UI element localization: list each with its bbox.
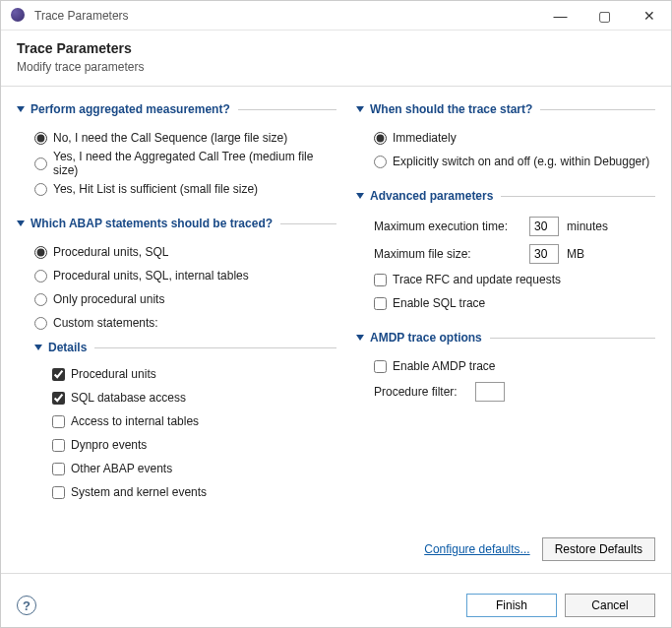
- abap-psql-radio[interactable]: [34, 246, 47, 259]
- tracestart-section: When should the trace start? Immediately…: [356, 102, 655, 173]
- det-procedural-label: Procedural units: [71, 367, 156, 381]
- window-title: Trace Parameters: [34, 9, 538, 23]
- details-header[interactable]: Details: [34, 341, 336, 354]
- amdp-header[interactable]: AMDP trace options: [356, 331, 655, 345]
- restore-defaults-button[interactable]: Restore Defaults: [542, 537, 655, 561]
- amdp-section: AMDP trace options Enable AMDP trace Pro…: [356, 331, 655, 406]
- det-sqldb-label: SQL database access: [71, 391, 186, 405]
- ts-explicit-radio[interactable]: [374, 156, 387, 168]
- maxtime-unit: minutes: [567, 220, 608, 233]
- ts-explicit-label: Explicitly switch on and off (e.g. withi…: [393, 155, 649, 168]
- maxsize-unit: MB: [567, 247, 584, 261]
- agg-hitlist-radio[interactable]: [34, 183, 47, 196]
- maxsize-label: Maximum file size:: [374, 247, 521, 261]
- det-sqldb-check[interactable]: [52, 392, 65, 405]
- chevron-down-icon: [17, 220, 25, 226]
- agg-no-radio[interactable]: [34, 132, 47, 145]
- tracestart-header[interactable]: When should the trace start?: [356, 102, 655, 116]
- abap-ponly-label: Only procedural units: [53, 292, 164, 306]
- det-internal-check[interactable]: [52, 415, 65, 428]
- tracerfc-check[interactable]: [374, 274, 387, 286]
- agg-tree-radio[interactable]: [34, 157, 47, 170]
- chevron-down-icon: [356, 335, 364, 341]
- det-otherabap-check[interactable]: [52, 463, 65, 475]
- maxtime-input[interactable]: [529, 217, 559, 236]
- abap-psql-int-label: Procedural units, SQL, internal tables: [53, 269, 249, 283]
- configure-defaults-link[interactable]: Configure defaults...: [424, 542, 529, 556]
- abap-ponly-radio[interactable]: [34, 293, 47, 306]
- abap-header[interactable]: Which ABAP statements should be traced?: [17, 217, 336, 230]
- enablesql-label: Enable SQL trace: [393, 296, 485, 310]
- aggregated-section: Perform aggregated measurement? No, I ne…: [17, 102, 336, 201]
- det-dynpro-check[interactable]: [52, 439, 65, 452]
- maxtime-label: Maximum execution time:: [374, 220, 521, 233]
- maximize-button[interactable]: ▢: [582, 1, 627, 30]
- minimize-button[interactable]: —: [538, 1, 582, 30]
- abap-psql-int-radio[interactable]: [34, 270, 47, 283]
- abap-custom-radio[interactable]: [34, 317, 47, 330]
- maxsize-input[interactable]: [529, 244, 559, 264]
- close-button[interactable]: ✕: [627, 1, 671, 30]
- det-procedural-check[interactable]: [52, 368, 65, 381]
- enable-amdp-check[interactable]: [374, 360, 387, 373]
- content-area: Perform aggregated measurement? No, I ne…: [1, 87, 671, 537]
- chevron-down-icon: [34, 345, 42, 350]
- procedure-filter-input[interactable]: [475, 382, 505, 402]
- titlebar: Trace Parameters — ▢ ✕: [1, 1, 671, 31]
- tracerfc-label: Trace RFC and update requests: [393, 273, 561, 286]
- aggregated-header[interactable]: Perform aggregated measurement?: [17, 102, 336, 116]
- chevron-down-icon: [356, 193, 364, 199]
- chevron-down-icon: [17, 106, 25, 112]
- det-internal-label: Access to internal tables: [71, 414, 199, 428]
- procedure-filter-label: Procedure filter:: [374, 385, 467, 399]
- det-dynpro-label: Dynpro events: [71, 438, 147, 452]
- advanced-header[interactable]: Advanced parameters: [356, 189, 655, 203]
- det-syskernel-label: System and kernel events: [71, 485, 207, 499]
- chevron-down-icon: [356, 106, 364, 112]
- advanced-section: Advanced parameters Maximum execution ti…: [356, 189, 655, 315]
- abap-psql-label: Procedural units, SQL: [53, 245, 168, 259]
- page-title: Trace Parameters: [17, 40, 655, 56]
- enablesql-check[interactable]: [374, 297, 387, 310]
- ts-immediate-radio[interactable]: [374, 132, 387, 145]
- app-icon: [11, 8, 27, 24]
- bottom-bar: ? Finish Cancel: [1, 584, 671, 627]
- det-otherabap-label: Other ABAP events: [71, 462, 172, 475]
- ts-immediate-label: Immediately: [393, 131, 457, 145]
- agg-no-label: No, I need the Call Sequence (large file…: [53, 131, 287, 145]
- dialog-header: Trace Parameters Modify trace parameters: [1, 31, 671, 87]
- abap-section: Which ABAP statements should be traced? …: [17, 217, 336, 504]
- det-syskernel-check[interactable]: [52, 486, 65, 499]
- footer-links: Configure defaults... Restore Defaults: [1, 537, 671, 573]
- cancel-button[interactable]: Cancel: [565, 594, 655, 617]
- page-subtitle: Modify trace parameters: [17, 60, 655, 74]
- finish-button[interactable]: Finish: [466, 594, 557, 617]
- agg-hitlist-label: Yes, Hit List is sufficient (small file …: [53, 182, 258, 196]
- help-icon[interactable]: ?: [17, 596, 36, 615]
- agg-tree-label: Yes, I need the Aggregated Call Tree (me…: [53, 150, 336, 177]
- abap-custom-label: Custom statements:: [53, 316, 158, 330]
- enable-amdp-label: Enable AMDP trace: [393, 359, 496, 373]
- separator: [1, 573, 671, 574]
